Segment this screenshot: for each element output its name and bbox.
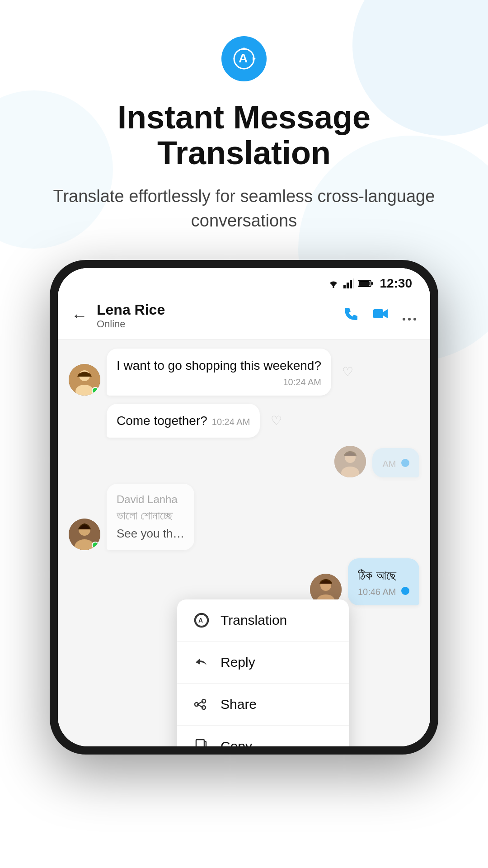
share-icon xyxy=(193,696,210,712)
message-time: 10:46 AM xyxy=(358,587,409,597)
copy-label: Copy xyxy=(221,739,252,746)
heart-reaction[interactable]: ♡ xyxy=(342,364,353,379)
message-subtext: ভালো শোনাচ্ছে xyxy=(117,507,184,524)
context-translation-button[interactable]: A Translation xyxy=(177,599,349,642)
message-text: Come together?10:24 AM xyxy=(117,412,250,429)
contact-info: Lena Rice Online xyxy=(97,302,334,330)
reply-label: Reply xyxy=(221,655,255,670)
app-icon: A xyxy=(221,36,267,81)
status-bar: 12:30 xyxy=(58,268,430,294)
call-button[interactable] xyxy=(343,306,359,325)
seen-indicator xyxy=(401,459,409,467)
message-bubble: Come together?10:24 AM xyxy=(107,404,260,438)
more-options-button[interactable] xyxy=(402,307,417,325)
main-title: Instant Message Translation xyxy=(90,99,398,171)
reply-icon xyxy=(193,654,210,670)
message-text: I want to go shopping this weekend? xyxy=(117,357,321,374)
copy-icon xyxy=(193,738,210,746)
online-indicator xyxy=(92,387,99,394)
back-button[interactable]: ← xyxy=(71,306,88,325)
svg-rect-11 xyxy=(373,309,383,318)
svg-rect-9 xyxy=(371,282,373,285)
svg-point-24 xyxy=(202,706,206,709)
context-reply-button[interactable]: Reply xyxy=(177,642,349,684)
svg-rect-10 xyxy=(359,281,370,286)
message-time: 10:24 AM xyxy=(212,417,250,427)
avatar xyxy=(69,519,100,550)
svg-rect-7 xyxy=(353,278,354,288)
battery-icon xyxy=(358,279,373,288)
phone-mockup: 12:30 ← Lena Rice Online xyxy=(50,260,438,755)
svg-text:A: A xyxy=(239,51,248,65)
svg-point-14 xyxy=(413,318,416,321)
subtitle: Translate effortlessly for seamless cros… xyxy=(0,184,488,232)
message-bubble: I want to go shopping this weekend? 10:2… xyxy=(107,349,331,396)
chat-header: ← Lena Rice Online xyxy=(58,294,430,340)
share-label: Share xyxy=(221,697,257,712)
svg-point-25 xyxy=(195,703,198,706)
svg-rect-5 xyxy=(347,283,349,288)
message-row: David Lanha ভালো শোনাচ্ছে See you th… xyxy=(69,484,419,550)
status-icons xyxy=(327,278,373,288)
avatar xyxy=(334,446,366,477)
message-preview: See you th… xyxy=(117,525,184,542)
svg-rect-4 xyxy=(343,285,346,288)
message-row: I want to go shopping this weekend? 10:2… xyxy=(69,349,419,396)
svg-point-3 xyxy=(333,286,334,288)
status-time: 12:30 xyxy=(380,276,412,291)
message-bubble: ঠিক আছে 10:46 AM xyxy=(348,558,419,605)
message-row: Come together?10:24 AM ♡ xyxy=(107,404,419,438)
online-indicator xyxy=(92,542,99,549)
context-menu-container: AM xyxy=(69,446,419,477)
message-text: ঠিক আছে xyxy=(358,566,409,584)
contact-status: Online xyxy=(97,318,334,330)
context-menu: A Translation xyxy=(177,599,349,746)
translate-icon: A xyxy=(193,612,210,628)
message-time: 10:24 AM xyxy=(117,377,321,387)
svg-point-12 xyxy=(403,318,405,321)
svg-point-13 xyxy=(408,318,411,321)
video-call-button[interactable] xyxy=(372,306,389,325)
avatar-me-img xyxy=(334,446,366,477)
chat-area: I want to go shopping this weekend? 10:2… xyxy=(58,340,430,746)
signal-icon xyxy=(343,278,354,288)
svg-rect-6 xyxy=(350,280,352,288)
context-share-button[interactable]: Share xyxy=(177,684,349,726)
message-row: AM xyxy=(69,446,419,477)
message-row: ঠিক আছে 10:46 AM xyxy=(69,558,419,605)
wifi-icon xyxy=(327,278,340,288)
translate-app-icon-svg: A xyxy=(230,45,258,72)
avatar xyxy=(69,364,100,396)
message-time: AM xyxy=(382,459,409,469)
translation-label: Translation xyxy=(221,613,287,628)
context-copy-button[interactable]: Copy xyxy=(177,726,349,746)
phone-screen: 12:30 ← Lena Rice Online xyxy=(58,268,430,746)
message-bubble: AM xyxy=(372,448,419,477)
phone-frame: 12:30 ← Lena Rice Online xyxy=(50,260,438,755)
seen-indicator xyxy=(401,587,409,595)
contact-name: Lena Rice xyxy=(97,302,334,318)
svg-rect-27 xyxy=(196,740,204,746)
svg-text:A: A xyxy=(198,617,203,624)
message-bubble: David Lanha ভালো শোনাচ্ছে See you th… xyxy=(107,484,194,550)
svg-point-23 xyxy=(202,699,206,703)
header-actions xyxy=(343,306,417,325)
message-text: David Lanha xyxy=(117,492,184,507)
heart-reaction[interactable]: ♡ xyxy=(271,413,282,428)
